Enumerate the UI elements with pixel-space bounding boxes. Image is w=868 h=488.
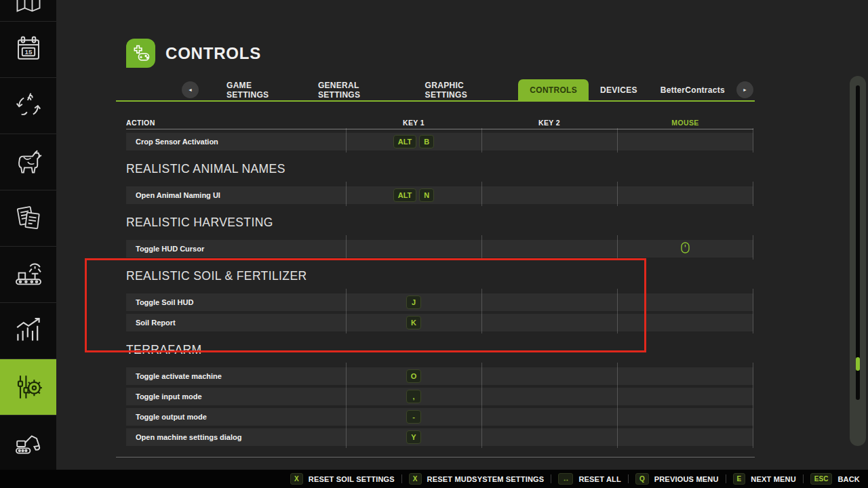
svg-text:15: 15 [24, 48, 32, 56]
table-row[interactable]: Toggle input mode , [126, 388, 753, 405]
sidebar-item-contracts[interactable] [0, 190, 56, 246]
footer-bar: X RESET SOIL SETTINGS X RESET MUDSYSTEM … [0, 470, 868, 488]
tab-underline [116, 100, 755, 102]
tabs-next-button[interactable]: ► [736, 81, 753, 98]
header-divider [126, 129, 753, 129]
column-header-mouse: MOUSE [617, 119, 753, 127]
key-badge[interactable]: ALT [393, 188, 417, 202]
sidebar-item-construction[interactable] [0, 415, 56, 470]
x-key-badge: X [290, 473, 303, 485]
section-title: TERRAFARM [126, 343, 753, 357]
chevron-left-icon: ◄ [188, 87, 193, 92]
scrollbar[interactable] [850, 76, 866, 446]
table-row[interactable]: Toggle Soil HUD J [126, 293, 753, 311]
sidebar-item-crop-rotation[interactable] [0, 77, 56, 134]
mouse-icon [681, 242, 690, 256]
column-header-key2: KEY 2 [481, 119, 617, 127]
scrollbar-track[interactable] [856, 85, 860, 400]
tab-graphic-settings[interactable]: GRAPHIC SETTINGS [414, 79, 519, 100]
settings-icon [12, 371, 45, 403]
table-header-row: ACTION KEY 1 KEY 2 MOUSE [126, 117, 753, 128]
previous-menu-button[interactable]: Q PREVIOUS MENU [635, 473, 719, 485]
production-icon [12, 258, 45, 291]
chevron-right-icon: ► [743, 87, 747, 92]
footer-separator [628, 474, 629, 483]
esc-key-badge: ESC [810, 473, 833, 485]
tab-devices[interactable]: DEVICES [589, 79, 649, 100]
table-row[interactable]: Toggle activate machine O [126, 367, 753, 385]
excavator-icon [12, 426, 45, 459]
footer-separator [551, 474, 551, 483]
footer-separator [803, 474, 804, 483]
table-row[interactable]: Crop Sensor Activation ALT B [126, 133, 753, 150]
main-panel: CONTROLS ◄ GAME SETTINGS GENERAL SETTING… [56, 0, 868, 470]
section-title: REALISTIC SOIL & FERTILIZER [126, 269, 753, 283]
scrollbar-thumb[interactable] [856, 357, 860, 371]
keybindings-table: ACTION KEY 1 KEY 2 MOUSE Crop Sensor Act… [126, 112, 753, 458]
key-badge[interactable]: ALT [393, 135, 417, 148]
sidebar-item-statistics[interactable] [0, 302, 56, 359]
sidebar-item-map[interactable] [0, 0, 56, 21]
page-header: CONTROLS [126, 39, 261, 68]
statistics-icon [12, 314, 45, 347]
table-row[interactable]: Open Animal Naming UI ALT N [126, 186, 753, 204]
crop-rotation-icon [13, 90, 44, 121]
reset-all-button[interactable]: ↔ RESET ALL [558, 473, 621, 485]
q-key-badge: Q [635, 473, 649, 485]
table-row[interactable]: Open machine settings dialog Y [126, 428, 753, 446]
page-title: CONTROLS [165, 44, 261, 63]
key-badge[interactable]: , [406, 390, 421, 403]
calendar-icon: 15 [13, 34, 44, 65]
tab-controls[interactable]: CONTROLS [518, 79, 589, 100]
reset-mudsystem-settings-button[interactable]: X RESET MUDSYSTEM SETTINGS [409, 473, 545, 485]
key-badge[interactable]: O [406, 369, 422, 383]
table-row[interactable]: Toggle output mode - [126, 408, 753, 426]
key-badge[interactable]: K [406, 316, 421, 329]
table-row[interactable]: Toggle HUD Cursor [126, 240, 753, 258]
contracts-icon [12, 202, 45, 235]
column-header-key1: KEY 1 [346, 119, 481, 127]
sidebar-item-calendar[interactable]: 15 [0, 21, 56, 77]
column-header-action: ACTION [126, 119, 346, 127]
key-badge[interactable]: N [419, 188, 434, 202]
section-title: REALISTIC HARVESTING [126, 216, 753, 230]
reset-soil-settings-button[interactable]: X RESET SOIL SETTINGS [290, 473, 395, 485]
back-button[interactable]: ESC BACK [810, 473, 860, 485]
tab-game-settings[interactable]: GAME SETTINGS [215, 79, 307, 100]
sidebar-item-production[interactable] [0, 246, 56, 302]
next-menu-button[interactable]: E NEXT MENU [733, 473, 796, 485]
key-badge[interactable]: - [406, 410, 421, 424]
key-badge[interactable]: B [419, 135, 434, 148]
table-row[interactable]: Soil Report K [126, 314, 753, 331]
sidebar-item-animals[interactable] [0, 134, 56, 190]
tabs-prev-button[interactable]: ◄ [182, 81, 199, 98]
tab-bettercontracts[interactable]: BetterContracts [649, 79, 736, 100]
key-badge[interactable]: Y [406, 430, 421, 444]
table-bottom-divider [116, 457, 755, 458]
e-key-badge: E [733, 473, 746, 485]
cow-icon [12, 146, 45, 178]
footer-separator [726, 474, 726, 483]
footer-separator [401, 474, 402, 483]
sidebar-item-settings[interactable] [0, 359, 56, 415]
controls-gamepad-icon [126, 39, 155, 68]
tab-general-settings[interactable]: GENERAL SETTINGS [307, 79, 414, 100]
x-key-badge: X [409, 473, 422, 485]
section-title: REALISTIC ANIMAL NAMES [126, 162, 753, 176]
key-badge[interactable]: J [406, 296, 421, 309]
map-icon [14, 0, 43, 16]
arrows-key-badge: ↔ [558, 473, 573, 485]
tab-bar: ◄ GAME SETTINGS GENERAL SETTINGS GRAPHIC… [126, 79, 755, 100]
sidebar: 15 [0, 0, 56, 470]
